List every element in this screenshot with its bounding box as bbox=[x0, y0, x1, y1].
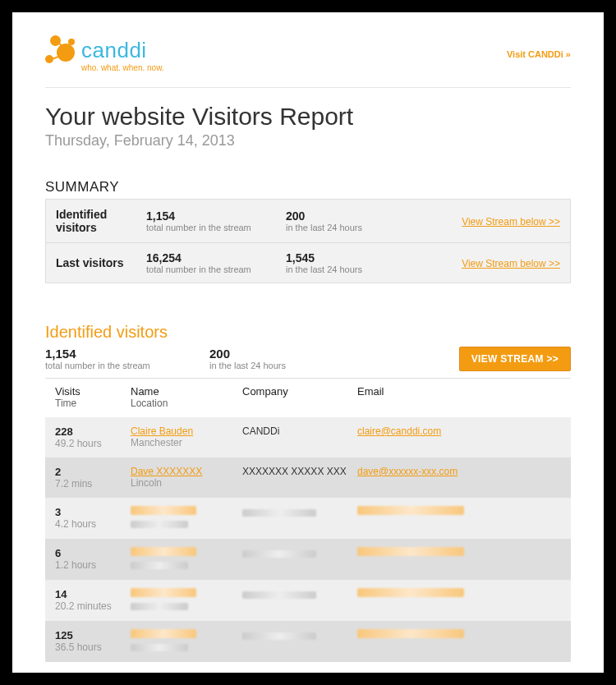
redacted-company bbox=[242, 632, 316, 640]
row-visits: 228 bbox=[55, 425, 131, 438]
logo-icon bbox=[45, 35, 78, 65]
summary-label: Identified visitors bbox=[56, 208, 146, 234]
row-email-link[interactable]: claire@canddi.com bbox=[357, 425, 441, 437]
row-visits: 2 bbox=[55, 466, 131, 478]
table-row: 1420.2 minutes bbox=[45, 580, 571, 621]
summary-recent-sub: in the last 24 hours bbox=[286, 264, 425, 274]
report-page: canddi who. what. when. now. Visit CANDD… bbox=[12, 12, 604, 673]
view-stream-button[interactable]: VIEW STREAM >> bbox=[459, 347, 571, 371]
section-bar: 1,154 total number in the stream 200 in … bbox=[45, 347, 571, 379]
redacted-email bbox=[357, 547, 464, 556]
report-date: Thursday, February 14, 2013 bbox=[45, 132, 571, 149]
redacted-email bbox=[357, 629, 464, 638]
table-row: 34.2 hours bbox=[45, 498, 571, 539]
row-time: 7.2 mins bbox=[55, 478, 131, 490]
row-time: 4.2 hours bbox=[55, 518, 131, 530]
redacted-location bbox=[131, 521, 188, 528]
col-location: Location bbox=[131, 398, 242, 409]
row-visits: 14 bbox=[55, 588, 131, 600]
table-body: 22849.2 hoursClaire BaudenManchesterCAND… bbox=[45, 417, 571, 662]
redacted-name bbox=[131, 629, 196, 638]
redacted-name bbox=[131, 588, 196, 597]
row-location: Lincoln bbox=[131, 477, 242, 489]
row-visits: 6 bbox=[55, 547, 131, 559]
summary-box: Identified visitors 1,154 total number i… bbox=[45, 199, 571, 283]
redacted-location bbox=[131, 644, 188, 651]
col-company: Company bbox=[242, 385, 288, 398]
section-total-num: 1,154 bbox=[45, 347, 209, 361]
table-row: 61.2 hours bbox=[45, 539, 571, 580]
redacted-company bbox=[242, 509, 316, 517]
identified-section: Identified visitors 1,154 total number i… bbox=[45, 323, 571, 662]
row-visits: 3 bbox=[55, 506, 131, 518]
row-name-link[interactable]: Dave XXXXXXX bbox=[131, 466, 202, 477]
logo-tagline: who. what. when. now. bbox=[81, 63, 164, 72]
summary-total-sub: total number in the stream bbox=[146, 223, 286, 232]
col-time: Time bbox=[55, 398, 131, 409]
redacted-location bbox=[131, 562, 188, 569]
view-stream-link[interactable]: View Stream below >> bbox=[462, 216, 560, 228]
page-title: Your website Visitors Report bbox=[45, 103, 571, 131]
summary-label: Last visitors bbox=[56, 256, 146, 269]
row-email-link[interactable]: dave@xxxxxx-xxx.com bbox=[357, 466, 457, 477]
redacted-name bbox=[131, 547, 196, 556]
redacted-company bbox=[242, 550, 316, 558]
header-bar: canddi who. what. when. now. Visit CANDD… bbox=[45, 35, 571, 88]
redacted-name bbox=[131, 506, 196, 515]
title-block: Your website Visitors Report Thursday, F… bbox=[45, 103, 571, 149]
summary-total-num: 1,154 bbox=[146, 209, 286, 223]
table-row: 22849.2 hoursClaire BaudenManchesterCAND… bbox=[45, 417, 571, 457]
table-row: 12536.5 hours bbox=[45, 621, 571, 662]
row-time: 49.2 hours bbox=[55, 438, 131, 449]
col-email: Email bbox=[357, 385, 384, 398]
redacted-location bbox=[131, 603, 188, 610]
row-visits: 125 bbox=[55, 629, 131, 641]
summary-total-num: 16,254 bbox=[146, 251, 286, 264]
row-company: XXXXXXX XXXXX XXX bbox=[242, 466, 347, 477]
summary-row-identified: Identified visitors 1,154 total number i… bbox=[46, 200, 570, 242]
logo-block: canddi who. what. when. now. bbox=[45, 35, 164, 72]
summary-section: SUMMARY Identified visitors 1,154 total … bbox=[45, 179, 571, 283]
row-time: 20.2 minutes bbox=[55, 600, 131, 612]
redacted-company bbox=[242, 591, 316, 599]
redacted-email bbox=[357, 506, 464, 515]
summary-row-last: Last visitors 16,254 total number in the… bbox=[46, 242, 570, 283]
row-name-link[interactable]: Claire Bauden bbox=[131, 425, 193, 437]
logo-text: canddi bbox=[81, 38, 147, 63]
visit-canddi-link[interactable]: Visit CANDDi » bbox=[507, 49, 571, 59]
col-name: Name bbox=[131, 385, 159, 398]
summary-total-sub: total number in the stream bbox=[146, 264, 286, 274]
section-recent-sub: in the last 24 hours bbox=[209, 361, 374, 370]
summary-recent-num: 1,545 bbox=[286, 251, 425, 264]
row-time: 36.5 hours bbox=[55, 641, 131, 653]
table-header: Visits Time Name Location Company Email bbox=[45, 379, 571, 417]
col-visits: Visits bbox=[55, 385, 80, 398]
view-stream-link[interactable]: View Stream below >> bbox=[462, 258, 560, 269]
row-time: 1.2 hours bbox=[55, 559, 131, 571]
summary-heading: SUMMARY bbox=[45, 179, 571, 195]
redacted-email bbox=[357, 588, 464, 597]
summary-recent-num: 200 bbox=[286, 209, 425, 223]
row-location: Manchester bbox=[131, 437, 242, 448]
row-company: CANDDi bbox=[242, 425, 279, 437]
table-row: 27.2 minsDave XXXXXXXLincolnXXXXXXX XXXX… bbox=[45, 457, 571, 498]
section-recent-num: 200 bbox=[209, 347, 374, 361]
summary-recent-sub: in the last 24 hours bbox=[286, 223, 425, 232]
section-title: Identified visitors bbox=[45, 323, 571, 342]
section-total-sub: total number in the stream bbox=[45, 361, 209, 370]
